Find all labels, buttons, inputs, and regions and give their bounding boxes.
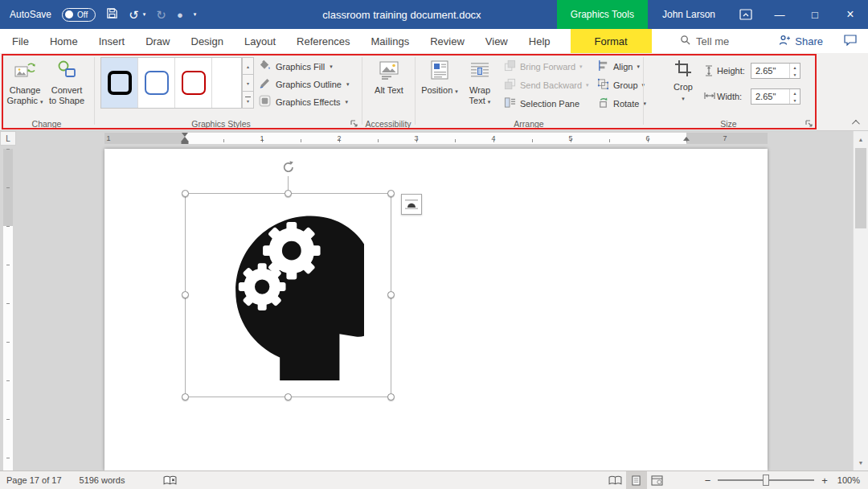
- size-dialog-launcher-icon[interactable]: [804, 118, 814, 129]
- alt-text-button[interactable]: Alt Text: [368, 56, 410, 119]
- share-button[interactable]: Share: [779, 35, 823, 48]
- rotate-button[interactable]: Rotate ▾: [595, 95, 649, 112]
- minimize-button[interactable]: —: [762, 0, 797, 29]
- resize-handle-top-middle[interactable]: [285, 190, 292, 197]
- graphics-fill-label: Graphics Fill: [276, 62, 325, 72]
- autosave-toggle[interactable]: Off: [62, 8, 96, 22]
- page-indicator[interactable]: Page 17 of 17: [6, 475, 62, 485]
- change-graphic-icon: [14, 60, 35, 83]
- ruler-number: 1: [260, 134, 264, 143]
- proofing-errors-icon[interactable]: [163, 475, 177, 486]
- scroll-down-icon[interactable]: ▼: [854, 456, 868, 469]
- crop-icon: [674, 60, 692, 80]
- scroll-up-icon[interactable]: ▲: [854, 133, 868, 146]
- selection-pane-button[interactable]: Selection Pane: [502, 95, 582, 112]
- tab-draw[interactable]: Draw: [135, 29, 180, 53]
- right-indent-marker[interactable]: [683, 137, 690, 141]
- tab-review[interactable]: Review: [420, 29, 475, 53]
- graphics-style-thumbnail-3[interactable]: [175, 58, 212, 108]
- graphics-style-thumbnail-1[interactable]: [101, 58, 138, 108]
- left-indent-marker[interactable]: [182, 141, 189, 144]
- align-button[interactable]: Align ▾: [595, 58, 642, 75]
- bring-forward-button[interactable]: Bring Forward ▾: [502, 58, 585, 75]
- undo-icon[interactable]: ↺: [129, 9, 139, 21]
- tab-format[interactable]: Format: [571, 29, 652, 53]
- horizontal-ruler: 1 1 2 3 4 5 6 7: [16, 131, 853, 146]
- word-count[interactable]: 5196 words: [80, 475, 125, 485]
- gallery-scroll-down-button[interactable]: ▾: [242, 75, 254, 92]
- crop-button[interactable]: Crop▾: [665, 56, 701, 119]
- position-button[interactable]: Position ▾: [421, 56, 458, 119]
- wrap-text-button[interactable]: Wrap Text ▾: [461, 56, 498, 119]
- tab-design[interactable]: Design: [181, 29, 234, 53]
- width-spin-arrows: ▲ ▼: [789, 89, 800, 104]
- resize-handle-top-left[interactable]: [182, 190, 189, 197]
- comments-icon[interactable]: [844, 35, 857, 48]
- collapse-ribbon-button[interactable]: [845, 116, 863, 129]
- rotate-handle-icon[interactable]: [281, 160, 296, 175]
- tab-home[interactable]: Home: [39, 29, 88, 53]
- graphics-styles-dialog-launcher-icon[interactable]: [349, 118, 359, 129]
- send-backward-button[interactable]: Send Backward ▾: [502, 76, 592, 93]
- save-icon[interactable]: [106, 7, 118, 23]
- tab-file[interactable]: File: [2, 29, 39, 53]
- vertical-ruler: [0, 146, 16, 471]
- convert-to-shape-button[interactable]: Convert to Shape: [47, 56, 87, 119]
- tab-help[interactable]: Help: [518, 29, 561, 53]
- rotate-objects-icon: [597, 97, 609, 110]
- undo-dropdown-icon[interactable]: ▾: [143, 11, 146, 18]
- user-name[interactable]: John Larson: [648, 9, 730, 20]
- selection-pane-icon: [504, 97, 516, 110]
- gallery-more-button[interactable]: ▾: [242, 92, 254, 109]
- align-dropdown-icon: ▾: [637, 64, 640, 70]
- width-spin-up-icon[interactable]: ▲: [790, 89, 800, 97]
- contextual-tab-graphics-tools[interactable]: Graphics Tools: [557, 0, 648, 29]
- tab-references[interactable]: References: [286, 29, 360, 53]
- graphic-selection-box[interactable]: [185, 193, 391, 397]
- ribbon-display-options-icon[interactable]: [730, 0, 762, 29]
- zoom-slider-thumb[interactable]: [763, 475, 769, 486]
- tab-view[interactable]: View: [475, 29, 518, 53]
- close-button[interactable]: ×: [833, 0, 868, 29]
- tell-me-button[interactable]: Tell me: [680, 35, 729, 47]
- touch-mode-icon[interactable]: ●: [177, 10, 183, 20]
- change-graphic-button[interactable]: Change Graphic ▾: [5, 56, 45, 119]
- customize-quick-access-toolbar-icon[interactable]: ▾: [194, 11, 197, 18]
- head-gears-graphic[interactable]: [216, 203, 364, 380]
- read-mode-button[interactable]: [605, 471, 626, 489]
- width-spin-down-icon[interactable]: ▼: [790, 97, 800, 104]
- gallery-scroll-up-button[interactable]: ▴: [242, 57, 254, 75]
- zoom-level[interactable]: 100%: [837, 475, 860, 485]
- send-backward-label: Send Backward: [520, 80, 582, 90]
- graphics-fill-button[interactable]: Graphics Fill ▾: [259, 58, 360, 75]
- tab-stop-selector[interactable]: L: [0, 131, 16, 146]
- layout-options-button[interactable]: [401, 194, 422, 215]
- graphics-effects-icon: [259, 95, 271, 109]
- zoom-slider[interactable]: [718, 479, 814, 481]
- graphics-style-thumbnail-2[interactable]: [138, 58, 175, 108]
- resize-handle-bottom-right[interactable]: [387, 393, 395, 401]
- resize-handle-middle-right[interactable]: [387, 291, 395, 298]
- scrollbar-thumb[interactable]: [855, 148, 866, 228]
- tab-layout[interactable]: Layout: [234, 29, 286, 53]
- graphics-outline-button[interactable]: Graphics Outline ▾: [259, 76, 360, 92]
- chevron-up-icon: [851, 120, 859, 128]
- resize-handle-bottom-middle[interactable]: [285, 393, 292, 401]
- vertical-scrollbar[interactable]: ▲ ▼: [853, 131, 868, 471]
- tab-mailings[interactable]: Mailings: [361, 29, 420, 53]
- group-button[interactable]: Group ▾: [595, 76, 647, 93]
- height-spin-up-icon[interactable]: ▲: [790, 64, 800, 71]
- zoom-out-button[interactable]: −: [702, 475, 714, 487]
- tab-insert[interactable]: Insert: [88, 29, 136, 53]
- height-spin-down-icon[interactable]: ▼: [790, 71, 800, 78]
- resize-handle-bottom-left[interactable]: [182, 393, 189, 401]
- document-page: [104, 149, 768, 471]
- maximize-button[interactable]: □: [797, 0, 833, 29]
- print-layout-button[interactable]: [626, 471, 647, 489]
- redo-icon[interactable]: ↻: [156, 9, 166, 21]
- graphics-effects-button[interactable]: Graphics Effects ▾: [259, 93, 360, 110]
- zoom-in-button[interactable]: +: [818, 475, 831, 487]
- resize-handle-top-right[interactable]: [387, 190, 395, 197]
- web-layout-button[interactable]: [647, 471, 668, 489]
- resize-handle-middle-left[interactable]: [182, 291, 189, 298]
